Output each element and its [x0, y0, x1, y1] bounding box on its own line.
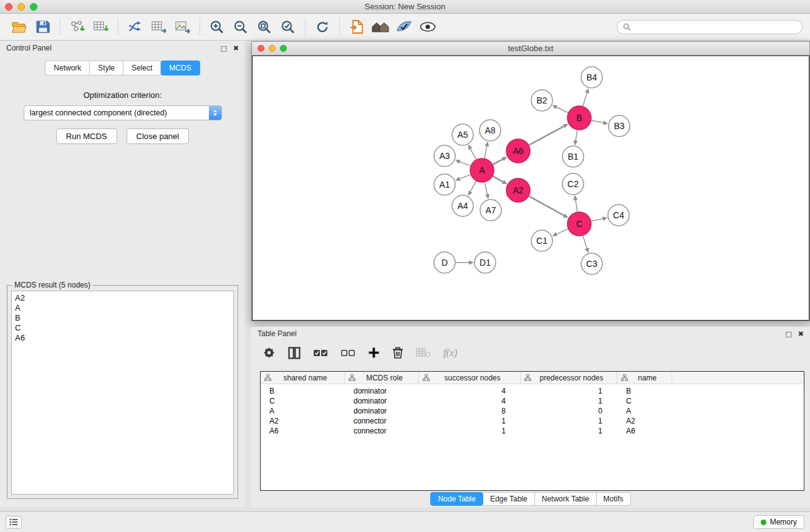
column-header-shared-name[interactable]: shared name [261, 372, 345, 384]
create-column-button[interactable] [368, 347, 380, 359]
tab-node-table[interactable]: Node Table [430, 492, 483, 506]
column-header-mcds-role[interactable]: MCDS role [345, 372, 419, 384]
deselect-all-columns-button[interactable] [340, 347, 355, 359]
run-mcds-button[interactable]: Run MCDS [56, 128, 117, 144]
edge-A-A2[interactable] [493, 177, 508, 185]
network-close-button[interactable] [258, 45, 264, 52]
tab-network-table[interactable]: Network Table [535, 492, 597, 506]
node-B1[interactable]: B1 [562, 146, 584, 167]
zoom-out-button[interactable] [229, 16, 253, 37]
column-header-successor-nodes[interactable]: successor nodes [419, 372, 521, 384]
close-panel-button[interactable]: ✖ [233, 45, 239, 52]
node-D1[interactable]: D1 [475, 252, 496, 273]
node-A1[interactable]: A1 [434, 174, 455, 195]
delete-table-button[interactable] [416, 347, 431, 359]
tab-edge-table[interactable]: Edge Table [483, 492, 535, 506]
show-columns-button[interactable] [288, 347, 301, 359]
edge-A-A7[interactable] [485, 183, 489, 200]
result-item[interactable]: A6 [15, 333, 230, 343]
node-A6[interactable]: A6 [506, 139, 530, 163]
network-minimize-button[interactable] [269, 45, 276, 52]
tab-mcds[interactable]: MCDS [161, 60, 200, 75]
float-table-panel-button[interactable]: □ [785, 331, 791, 337]
import-network-button[interactable] [65, 16, 89, 37]
function-builder-button[interactable]: f(x) [443, 347, 457, 359]
export-image-button[interactable] [171, 16, 195, 37]
node-B[interactable]: B [567, 106, 591, 130]
table-row[interactable]: Cdominator41C [261, 396, 804, 406]
node-D[interactable]: D [434, 252, 455, 273]
network-canvas[interactable]: B4B2BB3A8A5A6A3B1AC2A1A2A4A7C4CC1DD1C3 [252, 56, 809, 321]
node-A7[interactable]: A7 [480, 200, 501, 221]
edge-A6-B[interactable] [529, 124, 569, 145]
table-row[interactable]: A6connector11A6 [261, 426, 804, 436]
select-all-columns-button[interactable] [313, 347, 328, 359]
search-box[interactable] [617, 20, 803, 34]
mcds-result-list[interactable]: A2ABCA6 [11, 291, 234, 495]
memory-button[interactable]: Memory [753, 515, 804, 529]
result-item[interactable]: B [15, 313, 230, 323]
tab-select[interactable]: Select [123, 60, 161, 75]
node-C3[interactable]: C3 [581, 253, 602, 274]
node-A5[interactable]: A5 [452, 124, 473, 145]
float-panel-button[interactable]: □ [220, 45, 226, 52]
edge-A-A1[interactable] [455, 175, 471, 181]
import-table-button[interactable] [89, 16, 113, 37]
zoom-window-button[interactable] [30, 3, 37, 11]
table-row[interactable]: A2connector11A2 [261, 416, 804, 426]
zoom-fit-button[interactable] [253, 16, 276, 37]
edge-B-B1[interactable] [574, 130, 578, 145]
node-B4[interactable]: B4 [581, 67, 602, 88]
show-panel-button[interactable] [345, 16, 369, 37]
tab-network[interactable]: Network [45, 60, 90, 75]
delete-column-button[interactable] [392, 346, 403, 359]
node-C2[interactable]: C2 [562, 173, 584, 195]
export-network-button[interactable] [123, 16, 147, 37]
node-A[interactable]: A [470, 158, 494, 182]
edge-A-A8[interactable] [485, 142, 489, 158]
node-A2[interactable]: A2 [506, 178, 530, 202]
node-C[interactable]: C [567, 212, 591, 236]
tab-style[interactable]: Style [90, 60, 123, 75]
column-header-predecessor-nodes[interactable]: predecessor nodes [521, 372, 617, 384]
tab-motifs[interactable]: Motifs [597, 492, 631, 506]
edge-A-A4[interactable] [468, 181, 476, 196]
show-hide-button[interactable] [416, 16, 440, 37]
apply-layout-button[interactable] [311, 16, 334, 37]
edge-B-B2[interactable] [552, 105, 568, 113]
search-input[interactable] [634, 22, 796, 31]
zoom-selected-button[interactable] [276, 16, 300, 37]
export-table-button[interactable] [147, 16, 171, 37]
edge-B-B4[interactable] [583, 88, 589, 106]
result-item[interactable]: A [15, 303, 230, 313]
column-header-name[interactable]: name [617, 372, 672, 384]
node-A4[interactable]: A4 [452, 195, 473, 216]
zoom-in-button[interactable] [205, 16, 229, 37]
edge-D-D1[interactable] [456, 260, 474, 264]
result-item[interactable]: C [15, 323, 230, 333]
node-A3[interactable]: A3 [434, 145, 455, 167]
close-panel-action-button[interactable]: Close panel [127, 128, 190, 144]
node-C4[interactable]: C4 [608, 205, 629, 226]
save-session-button[interactable] [31, 16, 55, 37]
node-A8[interactable]: A8 [480, 120, 501, 141]
edge-C-C3[interactable] [583, 236, 589, 253]
close-window-button[interactable] [5, 3, 12, 11]
edge-B-B3[interactable] [592, 120, 609, 125]
table-row[interactable]: Adominator80A [261, 406, 804, 416]
style-check-button[interactable] [392, 16, 416, 37]
node-table[interactable]: shared nameMCDS rolesuccessor nodesprede… [260, 371, 804, 491]
edge-C-C2[interactable] [573, 195, 577, 211]
first-neighbors-button[interactable] [369, 16, 392, 37]
network-zoom-button[interactable] [280, 45, 287, 52]
table-row[interactable]: Bdominator41B [261, 386, 804, 396]
edge-C-C1[interactable] [552, 229, 567, 236]
node-B2[interactable]: B2 [531, 90, 552, 111]
edge-A-A5[interactable] [468, 145, 476, 160]
table-settings-button[interactable] [263, 346, 276, 359]
edge-A-A6[interactable] [493, 157, 508, 164]
node-C1[interactable]: C1 [531, 230, 552, 251]
task-history-button[interactable] [6, 516, 22, 529]
edge-A-A3[interactable] [455, 160, 471, 166]
result-item[interactable]: A2 [15, 293, 230, 303]
